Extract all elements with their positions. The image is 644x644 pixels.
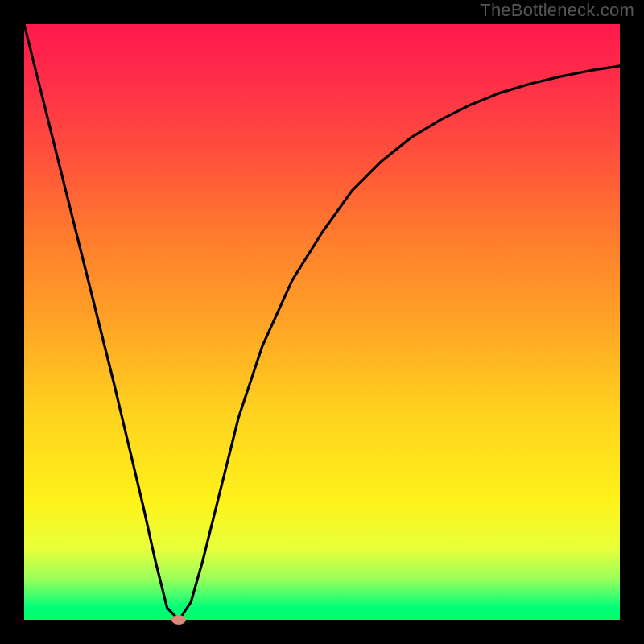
curve-svg xyxy=(24,24,620,620)
plot-frame xyxy=(24,24,620,620)
chart-container: TheBottleneck.com xyxy=(0,0,644,644)
minimum-marker xyxy=(171,615,186,625)
watermark-text: TheBottleneck.com xyxy=(480,0,634,21)
bottleneck-curve-path xyxy=(24,24,620,620)
